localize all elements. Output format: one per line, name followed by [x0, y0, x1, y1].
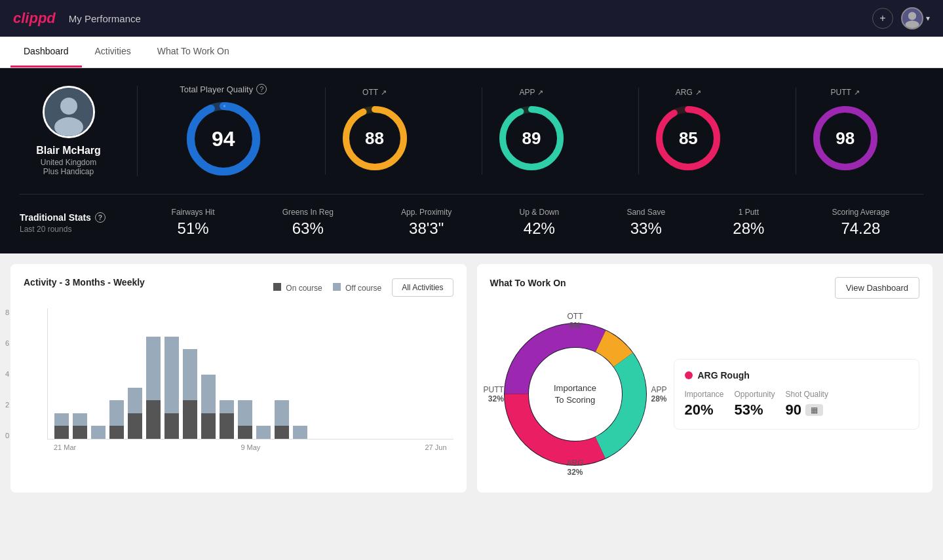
bar-off	[73, 413, 87, 426]
tab-dashboard[interactable]: Dashboard	[10, 37, 82, 67]
player-info: Blair McHarg United Kingdom Plus Handica…	[20, 86, 138, 176]
app-arrow-icon: ↗	[537, 88, 543, 97]
bar-off	[183, 349, 197, 400]
legend-off-course: Off course	[333, 283, 381, 293]
ott-arrow-icon: ↗	[381, 88, 387, 97]
bar-off	[238, 400, 252, 426]
stat-updown: Up & Down 42%	[520, 208, 560, 238]
bar-off	[109, 400, 124, 426]
player-country: United Kingdom	[41, 158, 96, 167]
info-card-title: ARG Rough	[685, 370, 909, 381]
header-title: My Performance	[69, 13, 141, 24]
putt-donut-label: PUTT 32%	[484, 385, 504, 403]
bar-group-0	[54, 311, 69, 439]
ott-label: OTT ↗	[362, 88, 387, 97]
putt-arrow-icon: ↗	[854, 88, 860, 97]
tpq-ring: 94	[184, 100, 263, 178]
avatar-chevron: ▾	[926, 14, 930, 23]
putt-value: 98	[836, 128, 855, 149]
avatar-button[interactable]: ▾	[901, 7, 930, 29]
stats-help-icon[interactable]: ?	[95, 212, 106, 223]
off-course-dot	[333, 283, 341, 291]
bar-group-8	[201, 311, 216, 439]
category-putt: PUTT ↗ 98	[796, 88, 895, 174]
bar-on	[183, 400, 197, 439]
bar-off	[201, 375, 216, 413]
bar-on	[109, 426, 124, 439]
stats-row: Traditional Stats ? Last 20 rounds Fairw…	[20, 195, 923, 238]
chart-title: Activity - 3 Months - Weekly	[24, 277, 145, 288]
putt-label: PUTT ↗	[831, 88, 860, 97]
metric-shot-quality: Shot Quality 90 ▦	[786, 390, 828, 419]
bar-group-10	[238, 311, 252, 439]
bar-group-12	[275, 311, 289, 439]
chart-wrapper: 8 6 4 2 0 21 Mar 9 May 27 Jun	[24, 308, 453, 451]
tpq-label: Total Player Quality ?	[180, 84, 267, 94]
stats-values: Fairways Hit 51% Greens In Reg 63% App. …	[138, 208, 923, 238]
arg-label: ARG ↗	[676, 88, 701, 97]
bar-off	[293, 426, 307, 439]
tpq-value: 94	[212, 127, 235, 151]
tab-bar: Dashboard Activities What To Work On	[0, 37, 943, 68]
tab-what-to-work-on[interactable]: What To Work On	[144, 37, 242, 67]
arg-ring: 85	[652, 102, 724, 174]
app-ring: 89	[495, 102, 568, 174]
bar-group-3	[109, 311, 124, 439]
chart-header: Activity - 3 Months - Weekly On course O…	[24, 277, 453, 298]
tpq-help-icon[interactable]: ?	[256, 84, 267, 94]
arg-arrow-icon: ↗	[695, 88, 701, 97]
arg-value: 85	[679, 128, 698, 149]
stat-scoring: Scoring Average 74.28	[832, 208, 890, 238]
bar-group-9	[220, 311, 234, 439]
ott-ring: 88	[339, 102, 411, 174]
bar-off	[91, 426, 106, 439]
tab-activities[interactable]: Activities	[82, 37, 144, 67]
bar-group-5	[146, 311, 161, 439]
view-dashboard-button[interactable]: View Dashboard	[835, 277, 919, 299]
bar-on	[220, 413, 234, 439]
wtwo-header: What To Work On View Dashboard	[490, 277, 920, 299]
bar-on	[73, 426, 87, 439]
arg-donut-label: ARG 32%	[566, 458, 583, 477]
app-label: APP ↗	[519, 88, 543, 97]
bar-off	[54, 413, 69, 426]
category-arg: ARG ↗ 85	[638, 88, 737, 174]
chart-bars	[47, 308, 453, 439]
metric-importance: Importance 20%	[685, 390, 724, 419]
all-activities-button[interactable]: All Activities	[392, 278, 453, 297]
bar-group-1	[73, 311, 87, 439]
bar-group-11	[256, 311, 271, 439]
stat-1putt: 1 Putt 28%	[733, 208, 764, 238]
wtwo-panel: What To Work On View Dashboard	[477, 264, 933, 493]
app-donut-label: APP 28%	[651, 385, 666, 403]
info-dot	[685, 371, 693, 379]
bar-group-4	[128, 311, 142, 439]
metric-opportunity: Opportunity 53%	[735, 390, 775, 419]
header-right: + ▾	[872, 7, 930, 29]
hero-top: Blair McHarg United Kingdom Plus Handica…	[20, 84, 923, 195]
wtwo-content: Importance To Scoring OTT 8% APP 28% ARG…	[490, 309, 920, 479]
bar-group-13	[293, 311, 307, 439]
svg-point-0	[908, 12, 916, 20]
chart-legend: On course Off course	[273, 283, 381, 293]
add-button[interactable]: +	[872, 8, 893, 29]
shot-quality-badge: ▦	[805, 404, 823, 416]
stat-fairways: Fairways Hit 51%	[172, 208, 215, 238]
traditional-stats-label: Traditional Stats ?	[20, 212, 118, 223]
wtwo-title: What To Work On	[490, 278, 566, 288]
svg-point-4	[54, 117, 83, 136]
chart-y-labels: 8 6 4 2 0	[5, 308, 9, 439]
quality-section: Total Player Quality ? 94 OTT ↗	[138, 84, 923, 178]
bar-group-7	[183, 311, 197, 439]
bar-off	[220, 400, 234, 413]
info-metrics: Importance 20% Opportunity 53% Shot Qual…	[685, 390, 909, 419]
bar-on	[275, 426, 289, 439]
logo: clippd	[13, 10, 56, 27]
player-avatar	[43, 86, 95, 138]
header-left: clippd My Performance	[13, 10, 141, 27]
activity-panel: Activity - 3 Months - Weekly On course O…	[10, 264, 467, 493]
bar-off	[146, 337, 161, 400]
legend-on-course: On course	[273, 283, 322, 293]
bar-off	[256, 426, 271, 439]
bar-on	[201, 413, 216, 439]
